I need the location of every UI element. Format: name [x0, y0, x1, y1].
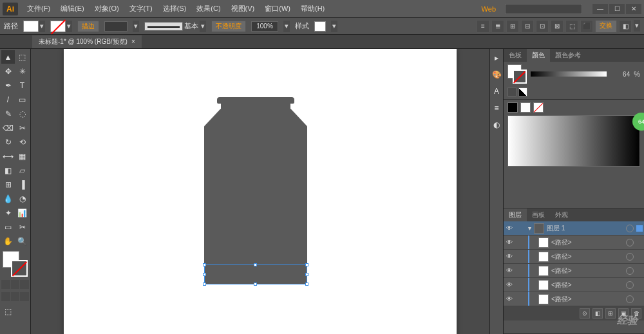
layer-name[interactable]: 图层 1 — [547, 224, 623, 233]
align-icon-6[interactable]: ⊠ — [551, 20, 564, 33]
screen-mode-icon[interactable]: ⬚ — [1, 304, 15, 318]
path-name[interactable]: <路径> — [551, 238, 623, 247]
menu-select[interactable]: 选择(S) — [159, 1, 191, 16]
slice-tool[interactable]: ✂ — [15, 220, 29, 234]
visibility-toggle[interactable]: 👁 — [505, 281, 514, 288]
fill-swatch[interactable] — [23, 21, 39, 32]
handle-br[interactable] — [305, 283, 308, 286]
align-icon-2[interactable]: ≣ — [491, 20, 504, 33]
new-sublayer-icon[interactable]: ⊞ — [605, 308, 616, 319]
color-panel-icon[interactable]: 🎨 — [491, 70, 502, 80]
lasso-tool[interactable]: ✳ — [15, 64, 29, 78]
target-icon[interactable] — [626, 267, 634, 275]
workspace-switcher[interactable]: Web — [478, 4, 500, 14]
swap-button[interactable]: 交换 — [595, 20, 617, 33]
maximize-button[interactable]: ☐ — [609, 4, 625, 14]
menu-edit[interactable]: 编辑(E) — [57, 1, 88, 16]
locate-object-icon[interactable]: ⊙ — [580, 308, 590, 319]
visibility-toggle[interactable]: 👁 — [505, 239, 514, 246]
hand-tool[interactable]: ✋ — [1, 234, 15, 248]
menu-type[interactable]: 文字(T) — [126, 1, 156, 16]
color-mode-icon[interactable] — [1, 280, 10, 289]
magic-wand-tool[interactable]: ✥ — [1, 64, 15, 78]
target-icon[interactable] — [626, 295, 634, 303]
line-tool[interactable]: / — [1, 93, 15, 106]
handle-bm[interactable] — [254, 283, 257, 286]
layer-row[interactable]: 👁 <路径> — [504, 292, 644, 306]
visibility-toggle[interactable]: 👁 — [505, 295, 514, 302]
handle-ml[interactable] — [203, 273, 206, 276]
more-dropdown[interactable]: ▾ — [634, 20, 640, 32]
gradient-black-stop[interactable] — [507, 102, 518, 113]
panel-stroke-swatch[interactable] — [513, 70, 527, 84]
draw-normal-icon[interactable] — [1, 292, 10, 301]
pencil-tool[interactable]: ◌ — [15, 107, 29, 120]
handle-tr[interactable] — [305, 263, 308, 266]
artboard[interactable] — [64, 49, 457, 334]
menu-file[interactable]: 文件(F) — [23, 1, 54, 16]
appearance-tab[interactable]: 外观 — [550, 209, 573, 221]
symbol-sprayer-tool[interactable]: ✦ — [1, 206, 15, 219]
search-input[interactable] — [505, 4, 582, 14]
graphic-style-swatch[interactable] — [314, 21, 326, 32]
gradient-panel-icon[interactable]: ◐ — [491, 120, 502, 130]
opacity-input[interactable] — [251, 21, 278, 32]
target-icon[interactable] — [626, 225, 634, 232]
menu-help[interactable]: 帮助(H) — [297, 1, 328, 16]
artboards-tab[interactable]: 画板 — [527, 209, 550, 221]
stroke-panel-icon[interactable]: ≡ — [491, 103, 502, 113]
zoom-tool[interactable]: 🔍 — [15, 234, 29, 248]
fill-dropdown[interactable]: ▾ — [39, 21, 45, 32]
gradient-mode-icon[interactable] — [11, 280, 20, 289]
transform-icon[interactable]: ⬚ — [565, 20, 578, 33]
stroke-dropdown[interactable]: ▾ — [66, 21, 72, 32]
path-name[interactable]: <路径> — [551, 252, 623, 261]
layer-row[interactable]: 👁 <路径> — [504, 278, 644, 292]
target-icon[interactable] — [626, 253, 634, 261]
eraser-tool[interactable]: ⌫ — [1, 121, 15, 135]
handle-tl[interactable] — [203, 263, 206, 266]
shape-builder-tool[interactable]: ◧ — [1, 163, 15, 177]
mesh-tool[interactable]: ⊞ — [1, 178, 15, 191]
visibility-toggle[interactable]: 👁 — [505, 225, 514, 232]
color-slider[interactable] — [531, 71, 607, 77]
type-panel-icon[interactable]: A — [491, 86, 502, 97]
stroke-swatch[interactable] — [50, 21, 66, 32]
path-name[interactable]: <路径> — [551, 266, 623, 275]
pen-tool[interactable]: ✒ — [1, 79, 15, 92]
document-tab[interactable]: 未标题-1* @ 100% (RGB/预览) × — [32, 35, 142, 48]
graph-tool[interactable]: 📊 — [15, 206, 29, 219]
stroke-weight-dropdown[interactable]: ▾ — [133, 21, 139, 32]
rectangle-tool[interactable]: ▭ — [15, 93, 29, 106]
gradient-ramp[interactable] — [507, 115, 640, 167]
clipping-mask-icon[interactable]: ◧ — [592, 308, 603, 319]
layer-row-top[interactable]: 👁 ▾ 图层 1 — [504, 221, 644, 236]
rotate-tool[interactable]: ↻ — [1, 135, 15, 149]
align-icon-3[interactable]: ⊞ — [506, 20, 519, 33]
artboard-tool[interactable]: ▭ — [1, 220, 15, 234]
target-icon[interactable] — [626, 239, 634, 246]
free-transform-tool[interactable]: ▦ — [15, 149, 29, 163]
bw-color-icon[interactable] — [518, 88, 527, 97]
transform-icon-2[interactable]: ⬛ — [580, 20, 593, 33]
layer-row[interactable]: 👁 <路径> — [504, 236, 644, 250]
expand-panels-icon[interactable]: ▸ — [491, 53, 502, 63]
draw-inside-icon[interactable] — [20, 292, 29, 301]
visibility-toggle[interactable]: 👁 — [505, 267, 514, 274]
canvas[interactable] — [31, 49, 489, 334]
handle-bl[interactable] — [203, 283, 206, 286]
path-name[interactable]: <路径> — [551, 281, 623, 290]
blend-tool[interactable]: ◔ — [15, 192, 29, 205]
gradient-white-stop[interactable] — [520, 102, 531, 113]
perspective-tool[interactable]: ▱ — [15, 163, 29, 177]
color-tab[interactable]: 颜色 — [527, 49, 550, 62]
handle-mr[interactable] — [305, 273, 308, 276]
layers-tab[interactable]: 图层 — [504, 209, 527, 221]
target-icon[interactable] — [626, 281, 634, 289]
shape-body[interactable] — [204, 109, 307, 284]
scissors-tool[interactable]: ✂ — [15, 121, 29, 135]
minimize-button[interactable]: — — [592, 4, 608, 14]
handle-tm[interactable] — [254, 263, 257, 266]
color-guide-tab[interactable]: 颜色参考 — [550, 49, 586, 62]
menu-window[interactable]: 窗口(W) — [261, 1, 294, 16]
